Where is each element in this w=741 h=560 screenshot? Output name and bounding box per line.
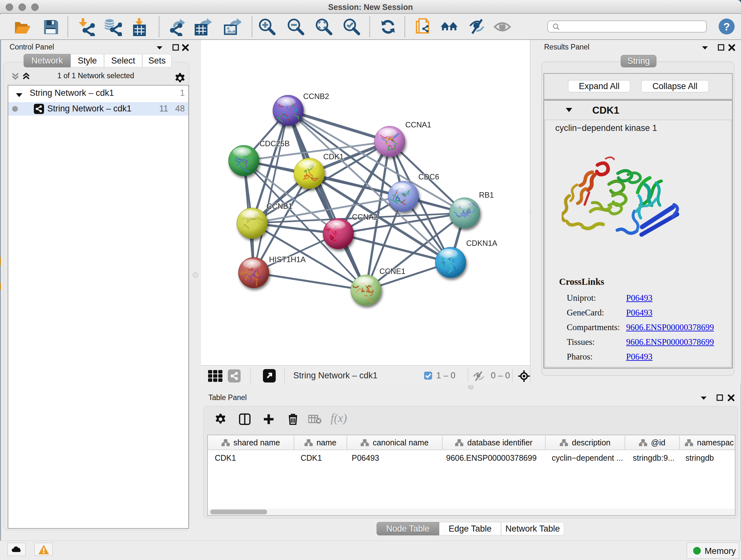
- svg-text:CCNA2: CCNA2: [352, 212, 378, 221]
- svg-text:CDC6: CDC6: [418, 172, 439, 181]
- svg-text:CDK1: CDK1: [323, 152, 344, 161]
- svg-text:CCNE1: CCNE1: [380, 267, 405, 275]
- svg-text:CCNA1: CCNA1: [405, 120, 431, 129]
- svg-text:CCNB2: CCNB2: [303, 92, 329, 101]
- svg-text:CCNB1: CCNB1: [266, 202, 292, 210]
- svg-text:CDKN1A: CDKN1A: [466, 239, 497, 247]
- svg-text:RB1: RB1: [479, 191, 494, 199]
- svg-text:CDC25B: CDC25B: [259, 139, 290, 148]
- svg-text:HIST1H1A: HIST1H1A: [269, 255, 306, 264]
